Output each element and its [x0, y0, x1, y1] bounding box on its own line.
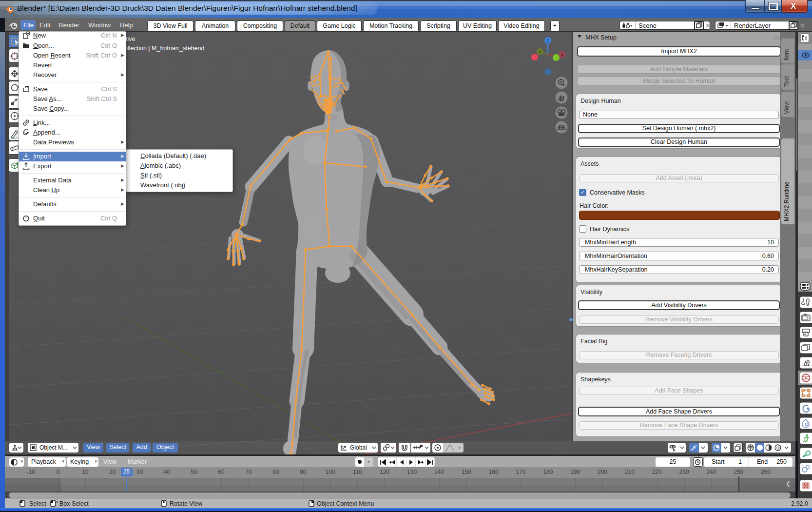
svg-text:Z: Z [546, 39, 549, 43]
svg-text:Y: Y [539, 50, 541, 55]
svg-text:X: X [561, 53, 563, 58]
svg-text:ollection | M_hofnarr_stehend: ollection | M_hofnarr_stehend [124, 45, 205, 52]
svg-text:tive: tive [126, 36, 135, 42]
